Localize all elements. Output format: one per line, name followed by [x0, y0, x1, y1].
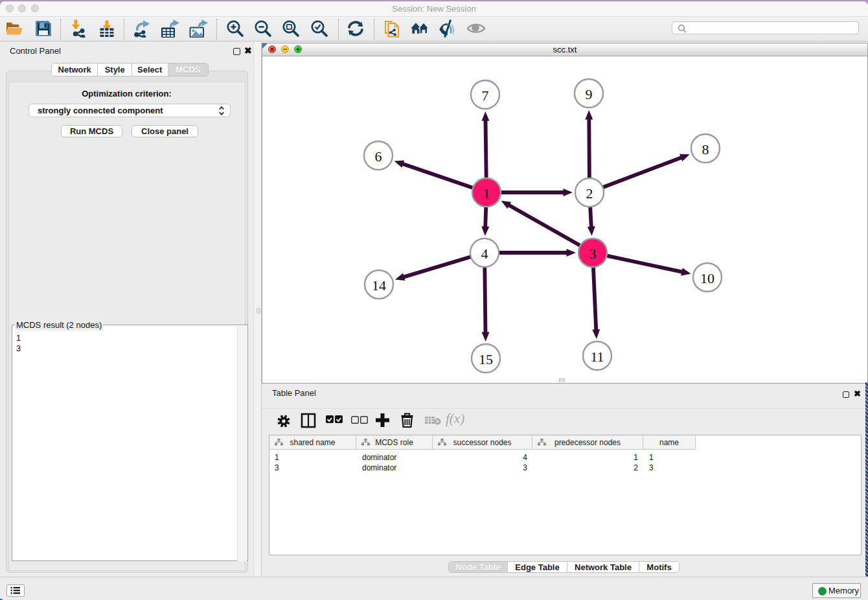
svg-text:15: 15: [479, 351, 493, 367]
svg-text:10: 10: [700, 270, 714, 286]
svg-text:6: 6: [375, 148, 382, 165]
svg-text:7: 7: [482, 87, 489, 104]
svg-text:14: 14: [372, 277, 386, 294]
svg-text:2: 2: [586, 185, 593, 202]
svg-text:3: 3: [589, 246, 597, 262]
svg-text:1: 1: [483, 185, 490, 202]
svg-text:8: 8: [702, 141, 709, 157]
svg-text:9: 9: [586, 86, 593, 102]
svg-text:4: 4: [481, 246, 488, 262]
svg-text:11: 11: [590, 349, 604, 365]
